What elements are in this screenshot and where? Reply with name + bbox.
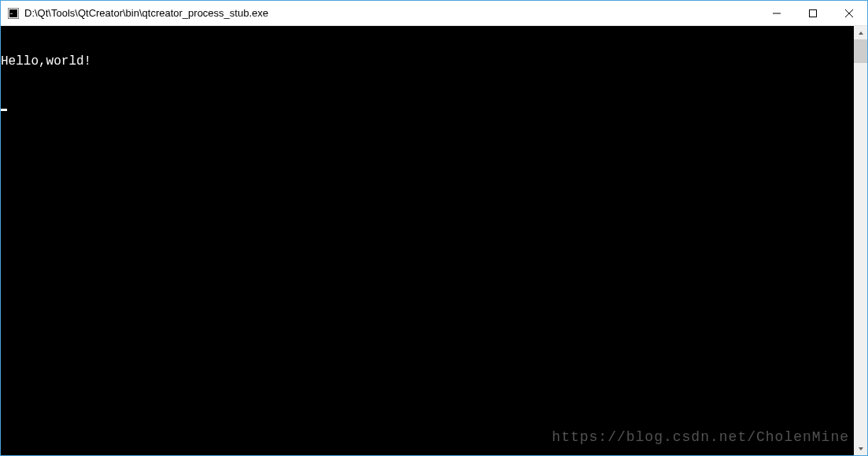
- cursor: [1, 109, 7, 111]
- scroll-thumb[interactable]: [854, 39, 867, 63]
- close-button[interactable]: [831, 1, 867, 25]
- window-controls: [759, 1, 867, 25]
- application-window: D:\Qt\Tools\QtCreator\bin\qtcreator_proc…: [0, 0, 868, 456]
- scroll-track[interactable]: [854, 39, 867, 442]
- app-icon: [7, 7, 20, 20]
- console-cursor-line: [1, 97, 854, 111]
- scroll-down-button[interactable]: [854, 442, 867, 455]
- titlebar[interactable]: D:\Qt\Tools\QtCreator\bin\qtcreator_proc…: [1, 1, 867, 26]
- svg-marker-7: [859, 32, 863, 35]
- svg-marker-8: [859, 447, 863, 450]
- client-area: Hello,world!: [1, 26, 867, 455]
- svg-rect-2: [10, 13, 13, 14]
- window-title: D:\Qt\Tools\QtCreator\bin\qtcreator_proc…: [24, 7, 759, 19]
- svg-rect-4: [810, 9, 817, 17]
- console-line: Hello,world!: [1, 54, 854, 69]
- maximize-button[interactable]: [795, 1, 831, 25]
- scroll-up-button[interactable]: [854, 26, 867, 39]
- minimize-button[interactable]: [759, 1, 795, 25]
- console-output[interactable]: Hello,world!: [1, 26, 854, 455]
- vertical-scrollbar[interactable]: [854, 26, 867, 455]
